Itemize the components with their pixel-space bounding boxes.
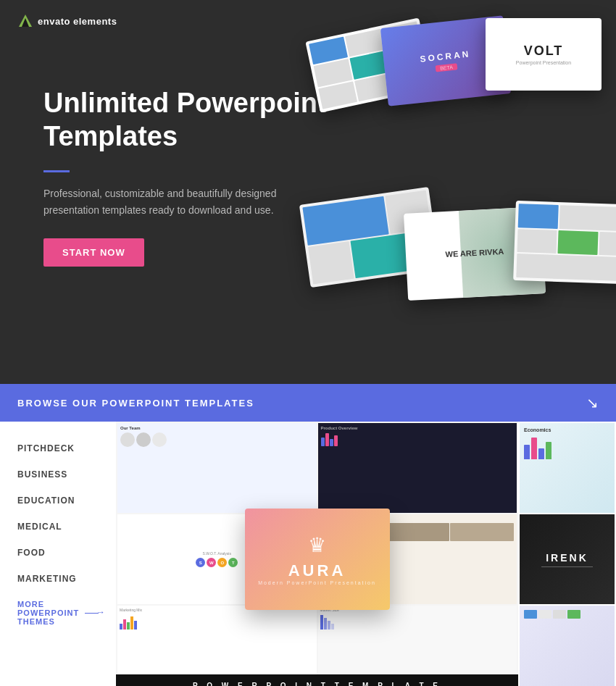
templates-main: Our Team Product Overview — [116, 422, 616, 686]
category-education[interactable]: EDUCATION — [17, 495, 99, 506]
start-now-button[interactable]: START NOW — [43, 238, 144, 267]
category-marketing[interactable]: MARKETING — [17, 574, 99, 584]
rivka-title: WE ARE RIVKA — [445, 247, 504, 259]
volt-sub: Powerpoint Presentation — [516, 60, 571, 65]
socran-title: SOCRAN — [420, 49, 471, 64]
hero-section: envato elements Unlimited Powerpoint Tem… — [0, 0, 616, 384]
browse-title: BROWSE OUR POWERPOINT TEMPLATES — [17, 398, 254, 409]
slide-mockup-bottom-right — [513, 201, 616, 285]
envato-logo-icon — [17, 13, 33, 29]
hero-divider — [43, 170, 70, 172]
featured-crown-icon: ♛ — [308, 533, 326, 557]
thumbnail-irenk[interactable]: IRENK — [520, 514, 615, 604]
slide-mockup-volt: VOLT Powerpoint Presentation — [486, 18, 602, 91]
right-thumbnails: Economics IRENK — [518, 422, 616, 686]
preview-cell-team: Our Team — [117, 423, 317, 513]
more-themes-link[interactable]: MORE POWERPOINT THEMES — [17, 600, 99, 626]
thumbnail-economics[interactable]: Economics — [520, 423, 615, 513]
preview-cluster: Our Team Product Overview — [116, 422, 518, 686]
category-food[interactable]: FOOD — [17, 548, 99, 558]
category-medical[interactable]: MEDICAL — [17, 522, 99, 532]
category-business[interactable]: BUSINESS — [17, 469, 99, 480]
featured-card[interactable]: ♛ AURA Modern PowerPoint Presentation — [245, 509, 390, 610]
browse-header: BROWSE OUR POWERPOINT TEMPLATES ↘ — [0, 384, 616, 422]
socran-badge: BETA — [436, 63, 458, 72]
hero-mockups: SOCRAN BETA VOLT Powerpoint Presentation — [290, 7, 616, 384]
preview-cell-product: Product Overview — [318, 423, 517, 513]
featured-sub: Modern PowerPoint Presentation — [258, 580, 376, 585]
browse-header-arrow: ↘ — [586, 394, 599, 411]
categories-sidebar: PITCHDECK BUSINESS EDUCATION MEDICAL FOO… — [0, 422, 116, 686]
logo-text: envato elements — [38, 16, 117, 27]
category-pitchdeck[interactable]: PITCHDECK — [17, 443, 99, 453]
browse-section: BROWSE OUR POWERPOINT TEMPLATES ↘ PITCHD… — [0, 384, 616, 686]
browse-body: PITCHDECK BUSINESS EDUCATION MEDICAL FOO… — [0, 422, 616, 686]
thumb-economics-label: Economics — [524, 427, 610, 432]
logo[interactable]: envato elements — [17, 13, 117, 29]
hero-subtitle: Professional, customizable and beautiful… — [43, 185, 304, 218]
more-themes-arrow — [85, 613, 99, 614]
thumbnail-fluent[interactable]: FLUENT PRESENTATION — [520, 606, 615, 686]
thumb-irenk-label: IRENK — [546, 552, 588, 564]
volt-title: VOLT — [524, 43, 564, 59]
featured-name: AURA — [288, 561, 346, 580]
powerpoint-template-bar: P O W E R P O I N T T E M P L A T E — [116, 674, 518, 686]
